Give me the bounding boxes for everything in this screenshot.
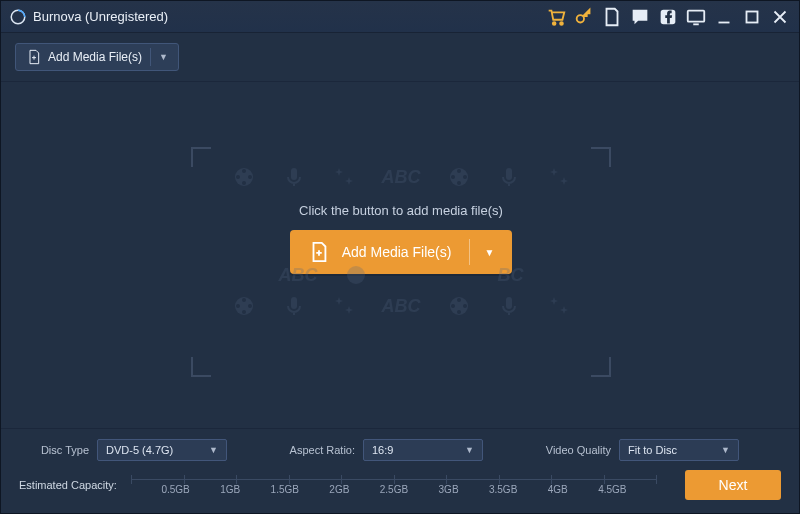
disc-type-select[interactable]: DVD-5 (4.7G) ▼ [97,439,227,461]
svg-point-14 [457,169,461,173]
stars-icon [547,165,571,189]
add-media-button[interactable]: Add Media File(s) ▼ [15,43,179,71]
svg-point-8 [242,169,246,173]
svg-rect-31 [506,297,512,309]
stars-icon [332,165,356,189]
ghost-text: ABC [382,167,421,188]
svg-point-30 [463,304,467,308]
svg-point-3 [577,15,584,22]
minimize-icon[interactable] [713,6,735,28]
chevron-down-icon: ▼ [209,445,218,455]
svg-point-9 [242,181,246,185]
next-button[interactable]: Next [685,470,781,500]
chevron-down-icon: ▼ [159,52,168,62]
file-add-icon [26,49,42,65]
ghost-row: ABC BC [191,259,611,291]
svg-point-17 [463,175,467,179]
svg-point-23 [236,304,240,308]
disc-type-label: Disc Type [19,444,89,456]
svg-rect-5 [688,10,705,21]
toolbar: Add Media File(s) ▼ [1,33,799,82]
drop-prompt: Click the button to add media file(s) [191,203,611,218]
capacity-tick: 1GB [220,484,240,495]
cart-icon[interactable] [545,6,567,28]
svg-point-21 [242,298,246,302]
svg-point-24 [248,304,252,308]
ghost-row: ABC [191,161,611,193]
svg-rect-18 [506,168,512,180]
capacity-label: Estimated Capacity: [19,479,123,491]
key-icon[interactable] [573,6,595,28]
chevron-down-icon: ▼ [721,445,730,455]
chevron-down-icon: ▼ [465,445,474,455]
stars-icon [332,294,356,318]
svg-rect-25 [291,297,297,309]
screen-icon[interactable] [685,6,707,28]
add-media-big-label: Add Media File(s) [342,244,452,260]
close-icon[interactable] [769,6,791,28]
capacity-tick: 2GB [329,484,349,495]
svg-point-1 [553,22,556,25]
svg-point-2 [560,22,563,25]
capacity-tick: 3GB [439,484,459,495]
window-title: Burnova (Unregistered) [33,9,168,24]
svg-point-27 [457,298,461,302]
maximize-icon[interactable] [741,6,763,28]
film-icon [232,294,256,318]
svg-point-15 [457,181,461,185]
ghost-row: ABC [191,290,611,322]
capacity-tick: 2.5GB [380,484,408,495]
chevron-down-icon: ▼ [484,247,494,258]
svg-point-19 [347,266,365,284]
svg-point-22 [242,310,246,314]
film-icon [232,165,256,189]
svg-point-29 [451,304,455,308]
film-icon [447,165,471,189]
svg-point-10 [236,175,240,179]
svg-rect-12 [291,168,297,180]
video-quality-select[interactable]: Fit to Disc ▼ [619,439,739,461]
film-icon [447,294,471,318]
chat-icon[interactable] [629,6,651,28]
capacity-tick: 0.5GB [161,484,189,495]
aspect-ratio-select[interactable]: 16:9 ▼ [363,439,483,461]
mic-icon [497,294,521,318]
capacity-tick: 3.5GB [489,484,517,495]
facebook-icon[interactable] [657,6,679,28]
mic-icon [282,165,306,189]
svg-point-11 [248,175,252,179]
aspect-ratio-label: Aspect Ratio: [285,444,355,456]
mic-icon [282,294,306,318]
stars-icon [547,294,571,318]
bottom-panel: Disc Type DVD-5 (4.7G) ▼ Aspect Ratio: 1… [1,428,799,513]
capacity-scale: 0.5GB1GB1.5GB2GB2.5GB3GB3.5GB4GB4.5GB [131,470,657,500]
drop-frame: ABC Click the button to add media file(s… [191,147,611,377]
svg-rect-6 [747,11,758,22]
svg-point-16 [451,175,455,179]
capacity-tick: 4GB [548,484,568,495]
app-logo-icon [9,8,27,26]
document-icon[interactable] [601,6,623,28]
content-area: ABC Click the button to add media file(s… [1,82,799,428]
video-quality-label: Video Quality [541,444,611,456]
capacity-tick: 4.5GB [598,484,626,495]
add-media-label: Add Media File(s) [48,50,142,64]
svg-point-28 [457,310,461,314]
capacity-tick: 1.5GB [271,484,299,495]
mic-icon [497,165,521,189]
titlebar: Burnova (Unregistered) [1,1,799,33]
